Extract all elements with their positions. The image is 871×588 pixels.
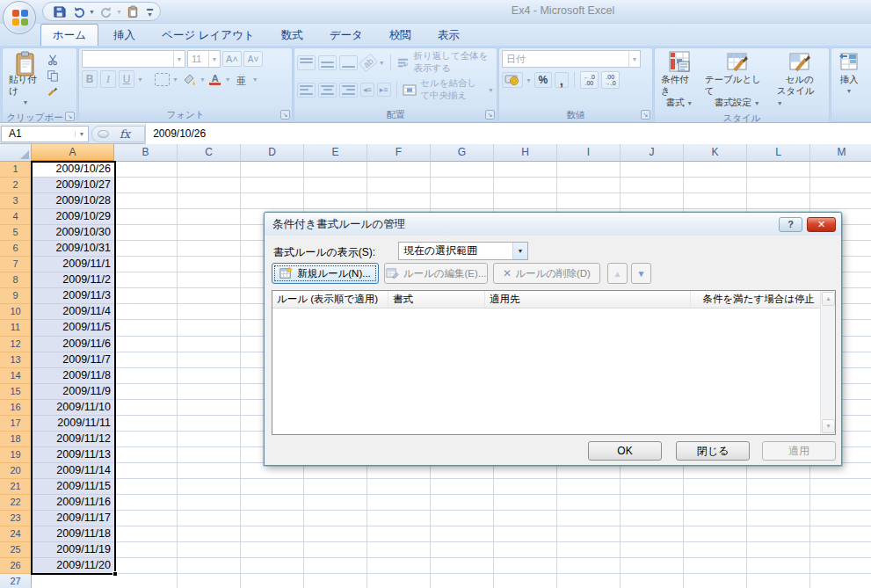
comma-style-button[interactable]: , — [555, 72, 569, 88]
font-size-combo[interactable]: 11▼ — [187, 50, 221, 68]
insert-function-button[interactable]: fx — [109, 127, 139, 141]
merge-center-icon[interactable] — [402, 83, 417, 97]
orientation-dropdown-icon[interactable]: ▼ — [379, 60, 385, 66]
new-rule-button[interactable]: 新規ルール(N)... — [272, 263, 379, 284]
cell-A13[interactable]: 2009/11/7 — [32, 352, 114, 368]
decrease-indent-icon[interactable]: ◂≡ — [360, 83, 374, 97]
column-header-L[interactable]: L — [747, 144, 810, 162]
row-header-12[interactable]: 12 — [0, 337, 32, 352]
cell-A4[interactable]: 2009/10/29 — [32, 209, 114, 225]
row-header-1[interactable]: 1 — [0, 162, 32, 178]
cell-A17[interactable]: 2009/11/11 — [32, 416, 114, 432]
cell-A3[interactable]: 2009/10/28 — [32, 193, 114, 209]
row-header-7[interactable]: 7 — [0, 257, 32, 272]
border-dropdown-icon[interactable]: ▼ — [172, 76, 178, 83]
combo-dropdown-icon[interactable]: ▼ — [512, 243, 527, 259]
row-header-5[interactable]: 5 — [0, 225, 32, 241]
column-header-M[interactable]: M — [810, 144, 871, 162]
column-header-A[interactable]: A — [32, 144, 114, 162]
underline-dropdown-icon[interactable]: ▼ — [137, 76, 143, 83]
row-header-9[interactable]: 9 — [0, 288, 32, 304]
copy-button[interactable] — [46, 69, 60, 83]
column-header-J[interactable]: J — [621, 144, 684, 162]
row-header-21[interactable]: 21 — [0, 479, 32, 495]
row-header-15[interactable]: 15 — [0, 384, 32, 400]
cell-A5[interactable]: 2009/10/30 — [32, 225, 114, 241]
delete-rule-button[interactable]: ✕ ルールの削除(D) — [493, 263, 600, 284]
grow-font-button[interactable]: A˄ — [222, 51, 242, 67]
row-header-16[interactable]: 16 — [0, 400, 32, 416]
name-box[interactable]: A1 ▼ — [1, 126, 89, 142]
cell-A21[interactable]: 2009/11/15 — [32, 479, 114, 495]
format-as-table-button[interactable]: テーブルとして 書式設定 ▼ — [701, 50, 773, 110]
dialog-help-button[interactable]: ? — [779, 217, 802, 232]
row-header-19[interactable]: 19 — [0, 447, 32, 463]
tab-insert[interactable]: 挿入 — [102, 25, 147, 46]
move-rule-down-button[interactable]: ▼ — [631, 263, 651, 284]
align-top-icon[interactable] — [297, 55, 316, 70]
column-header-E[interactable]: E — [304, 144, 367, 162]
cell-A15[interactable]: 2009/11/9 — [32, 384, 114, 400]
name-box-dropdown-icon[interactable]: ▼ — [75, 131, 88, 137]
row-header-11[interactable]: 11 — [0, 320, 32, 336]
cell-A11[interactable]: 2009/11/5 — [32, 320, 114, 336]
cell-A24[interactable]: 2009/11/18 — [32, 526, 114, 542]
cell-A2[interactable]: 2009/10/27 — [32, 178, 114, 193]
rule-list-scrollbar[interactable]: ▲ ▼ — [820, 291, 835, 434]
cell-A14[interactable]: 2009/11/8 — [32, 368, 114, 384]
column-header-G[interactable]: G — [431, 144, 494, 162]
row-header-6[interactable]: 6 — [0, 241, 32, 257]
row-header-8[interactable]: 8 — [0, 272, 32, 288]
increase-indent-icon[interactable]: ▸≡ — [377, 83, 391, 97]
cell-A22[interactable]: 2009/11/16 — [32, 495, 114, 511]
formula-input[interactable]: 2009/10/26 — [145, 124, 871, 144]
scroll-down-icon[interactable]: ▼ — [822, 419, 835, 433]
merge-dropdown-icon[interactable]: ▼ — [488, 87, 494, 93]
office-button[interactable] — [3, 1, 36, 34]
cell-A16[interactable]: 2009/11/10 — [32, 400, 114, 416]
align-bottom-icon[interactable] — [339, 55, 358, 70]
column-header-C[interactable]: C — [178, 144, 241, 162]
italic-button[interactable]: I — [100, 70, 116, 88]
tab-home[interactable]: ホーム — [40, 24, 98, 46]
dialog-title-bar[interactable]: 条件付き書式ルールの管理 ? ✕ — [265, 213, 841, 236]
row-header-10[interactable]: 10 — [0, 304, 32, 320]
row-header-20[interactable]: 20 — [0, 463, 32, 479]
phonetic-dropdown-icon[interactable]: ▼ — [252, 76, 258, 83]
number-dialog-launcher-icon[interactable]: ↘ — [641, 110, 650, 120]
insert-cells-button[interactable]: 挿入 ▼ — [834, 50, 864, 106]
accounting-format-icon[interactable] — [502, 72, 523, 88]
font-color-dropdown-icon[interactable]: ▼ — [225, 76, 231, 83]
bold-button[interactable]: B — [82, 70, 98, 88]
number-format-combo[interactable]: 日付▼ — [502, 50, 641, 68]
cell-A8[interactable]: 2009/11/2 — [32, 272, 114, 288]
cell-A20[interactable]: 2009/11/14 — [32, 463, 114, 479]
cell-A6[interactable]: 2009/10/31 — [32, 241, 114, 257]
dialog-close-icon[interactable]: ✕ — [807, 217, 836, 232]
border-button[interactable] — [155, 73, 170, 86]
show-rules-combo[interactable]: 現在の選択範囲 ▼ — [398, 242, 528, 260]
fill-color-dropdown-icon[interactable]: ▼ — [200, 76, 206, 83]
row-header-26[interactable]: 26 — [0, 558, 32, 574]
increase-decimal-button[interactable]: ←.0.00 — [580, 71, 599, 89]
font-color-button[interactable]: A — [208, 73, 222, 86]
row-header-22[interactable]: 22 — [0, 495, 32, 511]
column-header-B[interactable]: B — [114, 144, 178, 162]
ok-button[interactable]: OK — [588, 441, 662, 461]
align-center-icon[interactable] — [318, 83, 337, 98]
cell-styles-button[interactable]: セルの スタイル ▼ — [773, 50, 826, 110]
row-header-27[interactable]: 27 — [0, 574, 32, 588]
accounting-dropdown-icon[interactable]: ▼ — [526, 77, 532, 83]
align-right-icon[interactable] — [339, 83, 358, 98]
conditional-formatting-button[interactable]: 条件付き 書式 ▼ — [657, 50, 701, 110]
cell-A26[interactable]: 2009/11/20 — [32, 558, 114, 574]
percent-style-button[interactable]: % — [534, 72, 552, 88]
cell-A25[interactable]: 2009/11/19 — [32, 542, 114, 558]
close-button[interactable]: 閉じる — [676, 441, 750, 461]
fill-color-button[interactable] — [181, 72, 197, 86]
row-header-23[interactable]: 23 — [0, 511, 32, 526]
wrap-text-label[interactable]: 折り返して全体を表示する — [413, 50, 494, 75]
align-left-icon[interactable] — [297, 83, 316, 98]
cell-A7[interactable]: 2009/11/1 — [32, 257, 114, 272]
format-painter-button[interactable] — [46, 84, 60, 98]
